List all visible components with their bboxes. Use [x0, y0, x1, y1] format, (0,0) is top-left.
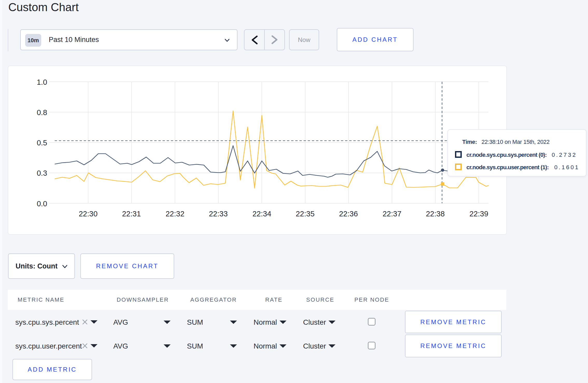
- svg-text:22:33: 22:33: [209, 210, 228, 218]
- svg-text:22:36: 22:36: [339, 210, 358, 218]
- svg-text:22:34: 22:34: [253, 210, 271, 218]
- svg-text:1.0: 1.0: [37, 78, 47, 86]
- svg-text:22:32: 22:32: [166, 210, 185, 218]
- svg-text:22:39: 22:39: [470, 210, 488, 218]
- svg-text:0.5: 0.5: [37, 139, 47, 147]
- svg-text:22:38: 22:38: [426, 210, 445, 218]
- svg-text:22:31: 22:31: [122, 210, 141, 218]
- svg-text:22:35: 22:35: [296, 210, 315, 218]
- svg-text:22:30: 22:30: [79, 210, 98, 218]
- svg-text:0.0: 0.0: [37, 200, 47, 208]
- svg-text:0.3: 0.3: [37, 169, 47, 177]
- svg-text:0.8: 0.8: [37, 108, 47, 117]
- svg-text:22:37: 22:37: [383, 210, 402, 218]
